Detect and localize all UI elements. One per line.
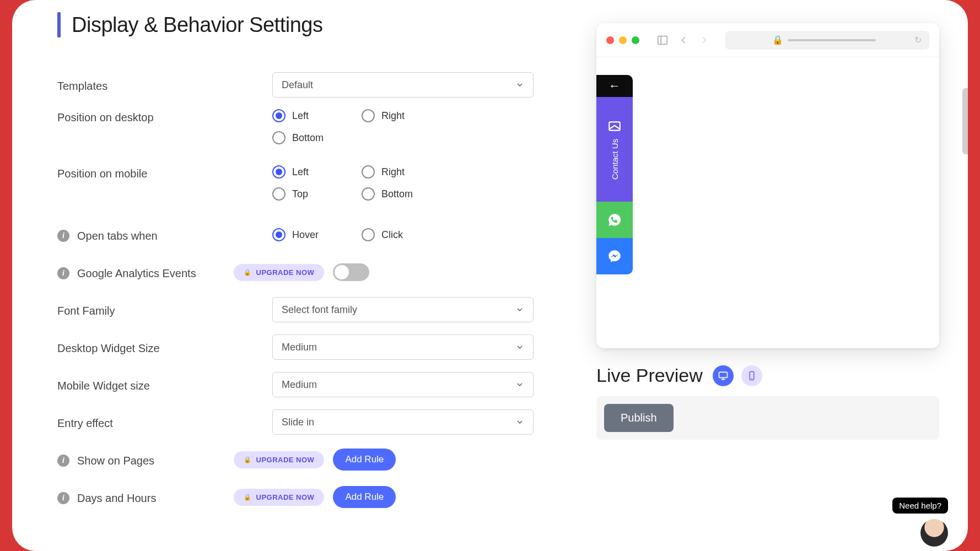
widget-contact-tab[interactable]: Contact Us	[596, 97, 633, 202]
window-max-dot[interactable]	[632, 36, 639, 44]
widget-collapse-arrow[interactable]: ←	[596, 75, 633, 97]
lock-icon: 🔒	[244, 269, 252, 276]
preview-desktop-button[interactable]	[713, 365, 734, 386]
widget-whatsapp-tab[interactable]	[596, 202, 633, 238]
preview-browser: 🔒 ↻ ← Contact Us	[596, 23, 939, 348]
select-desktop-size[interactable]: Medium	[272, 334, 534, 360]
chevron-down-icon	[515, 80, 524, 89]
toggle-ga[interactable]	[333, 263, 369, 281]
info-icon[interactable]: i	[57, 455, 69, 467]
radio-open-click[interactable]: Click	[362, 228, 451, 241]
info-icon[interactable]: i	[57, 267, 69, 279]
info-icon[interactable]: i	[57, 492, 69, 504]
label-entry: Entry effect	[57, 415, 272, 430]
publish-bar: Publish	[596, 396, 939, 440]
lock-icon: 🔒	[772, 35, 783, 45]
preview-mobile-button[interactable]	[741, 365, 762, 386]
label-show-pages: i Show on Pages	[57, 452, 234, 467]
select-entry[interactable]: Slide in	[272, 409, 534, 435]
label-pos-mobile: Position on mobile	[57, 165, 272, 180]
upgrade-button-days[interactable]: 🔒 UPGRADE NOW	[234, 489, 324, 506]
svg-rect-3	[719, 372, 727, 377]
chevron-down-icon	[515, 305, 524, 314]
page-title-text: Display & Behavior Settings	[72, 13, 322, 37]
label-days-hours: i Days and Hours	[57, 490, 234, 505]
lock-icon: 🔒	[244, 494, 252, 501]
radio-mobile-top[interactable]: Top	[272, 187, 362, 201]
info-icon[interactable]: i	[57, 230, 69, 242]
label-ga: i Google Analytics Events	[57, 265, 234, 280]
monitor-icon	[718, 370, 729, 381]
live-preview-title: Live Preview	[596, 365, 703, 386]
page-title: Display & Behavior Settings	[57, 12, 573, 37]
window-close-dot[interactable]	[606, 36, 614, 44]
messenger-icon	[607, 249, 622, 263]
select-font[interactable]: Select font family	[272, 297, 534, 322]
radio-desktop-bottom[interactable]: Bottom	[272, 131, 362, 144]
nav-forward-icon[interactable]	[697, 33, 712, 48]
preview-widget: ← Contact Us	[596, 75, 633, 274]
label-desktop-size: Desktop Widget Size	[57, 340, 272, 355]
radio-desktop-right[interactable]: Right	[362, 109, 451, 122]
help-avatar[interactable]	[920, 519, 948, 547]
upgrade-button-ga[interactable]: 🔒 UPGRADE NOW	[234, 264, 324, 281]
sidebar-toggle-icon[interactable]	[655, 33, 670, 48]
svg-rect-0	[658, 36, 667, 44]
window-min-dot[interactable]	[619, 36, 627, 44]
mail-icon	[607, 119, 622, 133]
radio-open-hover[interactable]: Hover	[272, 228, 362, 241]
publish-button[interactable]: Publish	[604, 404, 674, 432]
select-templates[interactable]: Default	[272, 72, 534, 98]
label-templates: Templates	[57, 78, 272, 93]
scrollbar-thumb[interactable]	[962, 88, 968, 154]
chevron-down-icon	[515, 380, 524, 389]
title-accent-bar	[57, 12, 61, 37]
label-open-tabs: i Open tabs when	[57, 228, 272, 242]
label-mobile-size: Mobile Widget size	[57, 377, 272, 392]
lock-icon: 🔒	[244, 456, 252, 463]
add-rule-button-days[interactable]: Add Rule	[333, 486, 396, 508]
select-templates-value: Default	[282, 79, 313, 91]
radio-desktop-left[interactable]: Left	[272, 109, 362, 122]
address-bar[interactable]: 🔒 ↻	[725, 31, 929, 50]
radio-mobile-bottom[interactable]: Bottom	[362, 187, 451, 201]
upgrade-button-pages[interactable]: 🔒 UPGRADE NOW	[234, 451, 324, 468]
whatsapp-icon	[607, 213, 622, 227]
reload-icon[interactable]: ↻	[914, 35, 922, 45]
label-pos-desktop: Position on desktop	[57, 109, 272, 124]
add-rule-button-pages[interactable]: Add Rule	[333, 449, 396, 471]
address-placeholder	[788, 39, 876, 41]
chevron-down-icon	[515, 343, 524, 352]
nav-back-icon[interactable]	[676, 33, 691, 48]
browser-toolbar: 🔒 ↻	[596, 23, 939, 57]
select-mobile-size[interactable]: Medium	[272, 372, 534, 397]
widget-messenger-tab[interactable]	[596, 238, 633, 274]
radio-mobile-left[interactable]: Left	[272, 165, 362, 179]
radio-mobile-right[interactable]: Right	[362, 165, 451, 179]
label-font: Font Family	[57, 302, 272, 317]
mobile-icon	[747, 371, 757, 381]
chevron-down-icon	[515, 418, 524, 426]
help-tooltip[interactable]: Need help?	[892, 498, 948, 514]
